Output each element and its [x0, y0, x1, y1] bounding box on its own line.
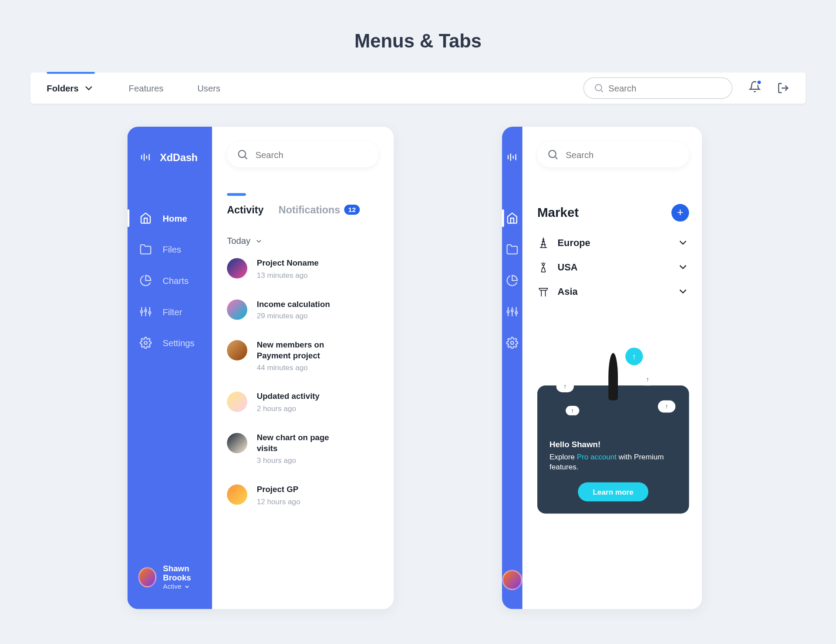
- gear-icon: [140, 337, 152, 349]
- home-icon: [506, 212, 518, 224]
- gear-icon: [506, 337, 518, 349]
- list-item[interactable]: Project GP12 hours ago: [227, 485, 379, 506]
- list-item[interactable]: Income calculation29 minutes ago: [227, 299, 379, 320]
- logo-icon: [140, 151, 152, 163]
- market-title: Market: [537, 205, 579, 220]
- sliders-icon: [140, 306, 152, 318]
- search-icon: [593, 82, 604, 94]
- expanded-sidebar-panel: XdDash Home Files Charts Filter Settings…: [128, 127, 394, 609]
- rocket-icon: [608, 353, 618, 401]
- avatar: [502, 570, 522, 590]
- eiffel-icon: [537, 236, 549, 249]
- cloud-icon: [566, 406, 579, 415]
- svg-point-15: [149, 312, 151, 314]
- avatar: [227, 258, 247, 279]
- sidebar-item-label: Files: [162, 244, 181, 254]
- liberty-icon: [537, 261, 549, 273]
- logo-icon: [506, 151, 518, 163]
- brand[interactable]: [502, 127, 522, 170]
- rocket-illustration: [537, 353, 689, 428]
- tab-users[interactable]: Users: [197, 72, 220, 104]
- svg-point-30: [511, 310, 513, 312]
- pie-icon: [506, 274, 518, 287]
- sidebar-item-home[interactable]: [502, 204, 522, 232]
- chevron-down-icon: [83, 82, 95, 94]
- page-title: Menus & Tabs: [0, 0, 836, 72]
- learn-more-button[interactable]: Learn more: [578, 482, 648, 502]
- sidebar-item-charts[interactable]: [502, 266, 522, 295]
- list-item[interactable]: New chart on page visits3 hours ago: [227, 433, 379, 464]
- tab-notifications[interactable]: Notifications 12: [279, 204, 360, 215]
- notification-dot-icon: [756, 79, 762, 85]
- tab-folders[interactable]: Folders: [47, 72, 94, 104]
- search-field[interactable]: [227, 142, 379, 167]
- chevron-down-icon: [255, 237, 263, 245]
- pie-icon: [140, 274, 152, 287]
- user-profile[interactable]: [502, 570, 522, 609]
- top-search-field[interactable]: [583, 77, 732, 99]
- add-button[interactable]: +: [671, 204, 689, 221]
- search-input[interactable]: [566, 149, 679, 159]
- promo-greeting: Hello Shawn!: [549, 440, 677, 449]
- promo-text: Explore Pro account with Premium feature…: [549, 452, 677, 473]
- user-status: Active: [163, 583, 212, 590]
- svg-point-13: [141, 310, 143, 313]
- sidebar-item-label: Charts: [162, 276, 189, 286]
- collapsed-sidebar-panel: Market + Europe USA Asia Hello Shawn! Ex…: [502, 127, 702, 609]
- user-profile[interactable]: Shawn Brooks Active: [128, 564, 212, 609]
- svg-point-29: [507, 310, 509, 313]
- tab-features[interactable]: Features: [129, 72, 164, 104]
- search-icon: [547, 148, 559, 161]
- sidebar-item-label: Filter: [162, 307, 182, 317]
- avatar: [138, 567, 156, 587]
- sidebar-item-settings[interactable]: Settings: [128, 329, 212, 357]
- svg-point-16: [144, 341, 147, 344]
- brand-name: XdDash: [160, 152, 198, 163]
- sidebar-item-filter[interactable]: [502, 297, 522, 326]
- cloud-icon: [639, 373, 656, 385]
- home-icon: [140, 212, 152, 224]
- region-usa[interactable]: USA: [537, 261, 689, 273]
- panel1-content: Activity Notifications 12 Today Project …: [212, 127, 394, 609]
- sidebar-item-charts[interactable]: Charts: [128, 266, 212, 295]
- sidebar-item-files[interactable]: Files: [128, 235, 212, 263]
- region-asia[interactable]: Asia: [537, 285, 689, 297]
- svg-point-17: [239, 150, 246, 157]
- search-icon: [236, 148, 249, 161]
- list-item[interactable]: Updated activity2 hours ago: [227, 392, 379, 413]
- sidebar-item-files[interactable]: [502, 235, 522, 263]
- torii-icon: [537, 285, 549, 297]
- chevron-down-icon: [677, 261, 689, 273]
- sidebar-item-filter[interactable]: Filter: [128, 297, 212, 326]
- avatar: [227, 392, 247, 412]
- list-item[interactable]: Project Noname13 minutes ago: [227, 258, 379, 279]
- list-item[interactable]: New members on Payment project44 minutes…: [227, 340, 379, 371]
- panel2-content: Market + Europe USA Asia Hello Shawn! Ex…: [522, 127, 702, 609]
- chevron-down-icon: [183, 583, 190, 590]
- top-search-input[interactable]: [608, 83, 722, 93]
- svg-line-18: [245, 157, 247, 159]
- sliders-icon: [506, 306, 518, 318]
- brand[interactable]: XdDash: [128, 127, 212, 170]
- tab-activity[interactable]: Activity: [227, 204, 263, 215]
- search-field[interactable]: [537, 142, 689, 167]
- sidebar-item-label: Settings: [162, 338, 194, 348]
- top-navbar: Folders Features Users: [30, 72, 806, 104]
- avatar: [227, 433, 247, 453]
- svg-point-0: [595, 84, 602, 91]
- svg-point-14: [145, 310, 147, 312]
- sidebar-item-settings[interactable]: [502, 329, 522, 357]
- notifications-badge: 12: [344, 205, 360, 215]
- sidebar-item-home[interactable]: Home: [128, 204, 212, 232]
- avatar: [227, 485, 247, 505]
- sidebar: XdDash Home Files Charts Filter Settings…: [128, 127, 212, 609]
- notifications-bell[interactable]: [748, 81, 761, 95]
- sidebar-collapsed: [502, 127, 522, 609]
- avatar: [227, 340, 247, 361]
- date-filter[interactable]: Today: [227, 236, 379, 246]
- logout-icon[interactable]: [777, 82, 789, 94]
- chevron-down-icon: [677, 285, 689, 297]
- region-europe[interactable]: Europe: [537, 236, 689, 249]
- svg-point-35: [543, 263, 545, 266]
- search-input[interactable]: [256, 149, 369, 159]
